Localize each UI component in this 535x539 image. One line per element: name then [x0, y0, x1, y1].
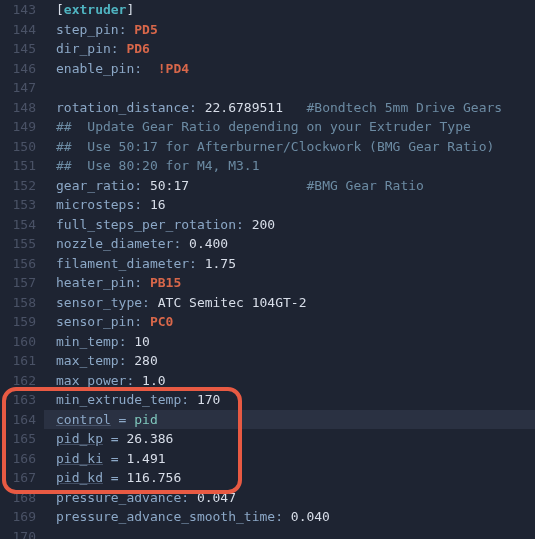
code-token: sensor_pin — [56, 314, 134, 329]
code-line[interactable]: step_pin: PD5 — [44, 20, 535, 40]
code-token: 200 — [252, 217, 275, 232]
code-line[interactable]: pid_kp = 26.386 — [44, 429, 535, 449]
code-token: pressure_advance — [56, 490, 181, 505]
code-token — [283, 100, 306, 115]
code-line[interactable]: sensor_pin: PC0 — [44, 312, 535, 332]
code-token: ## Use 80:20 for M4, M3.1 — [56, 158, 260, 173]
code-token: 1.491 — [126, 451, 165, 466]
code-line[interactable]: filament_diameter: 1.75 — [44, 254, 535, 274]
code-line[interactable]: min_temp: 10 — [44, 332, 535, 352]
code-token: : — [236, 217, 252, 232]
code-line[interactable]: nozzle_diameter: 0.400 — [44, 234, 535, 254]
line-number: 163 — [0, 390, 36, 410]
code-line[interactable]: min_extrude_temp: 170 — [44, 390, 535, 410]
code-line[interactable]: dir_pin: PD6 — [44, 39, 535, 59]
code-token: : — [134, 197, 150, 212]
code-line[interactable]: pressure_advance: 0.047 — [44, 488, 535, 508]
line-number: 170 — [0, 527, 36, 540]
code-token: 1.75 — [205, 256, 236, 271]
code-line[interactable]: ## Use 80:20 for M4, M3.1 — [44, 156, 535, 176]
line-number: 164 — [0, 410, 36, 430]
code-line[interactable]: [extruder] — [44, 0, 535, 20]
code-token: 0.040 — [291, 509, 330, 524]
code-token: microsteps — [56, 197, 134, 212]
code-token: control — [56, 412, 111, 427]
line-number-gutter: 1431441451461471481491501511521531541551… — [0, 0, 44, 539]
code-token: #Bondtech 5mm Drive Gears — [306, 100, 502, 115]
line-number: 149 — [0, 117, 36, 137]
line-number: 153 — [0, 195, 36, 215]
code-token: max_temp — [56, 353, 119, 368]
line-number: 155 — [0, 234, 36, 254]
code-editor[interactable]: 1431441451461471481491501511521531541551… — [0, 0, 535, 539]
code-line[interactable] — [44, 78, 535, 98]
code-token: min_temp — [56, 334, 119, 349]
code-token: : — [119, 353, 135, 368]
line-number: 158 — [0, 293, 36, 313]
code-token: dir_pin — [56, 41, 111, 56]
code-line[interactable]: gear_ratio: 50:17 #BMG Gear Ratio — [44, 176, 535, 196]
code-token: 0.047 — [197, 490, 236, 505]
code-token: : — [173, 236, 189, 251]
code-token: : — [134, 314, 150, 329]
code-token: [ — [56, 2, 64, 17]
code-token: step_pin — [56, 22, 119, 37]
code-line[interactable]: heater_pin: PB15 — [44, 273, 535, 293]
line-number: 166 — [0, 449, 36, 469]
code-token: 26.386 — [126, 431, 173, 446]
line-number: 169 — [0, 507, 36, 527]
code-token: gear_ratio — [56, 178, 134, 193]
line-number: 157 — [0, 273, 36, 293]
code-token: 1.0 — [142, 373, 165, 388]
code-token: pid_kp — [56, 431, 103, 446]
code-token: : — [142, 295, 158, 310]
code-token: : — [189, 100, 205, 115]
code-token: PD5 — [134, 22, 157, 37]
code-line[interactable]: control = pid — [44, 410, 535, 430]
code-line[interactable]: rotation_distance: 22.6789511 #Bondtech … — [44, 98, 535, 118]
code-line[interactable]: full_steps_per_rotation: 200 — [44, 215, 535, 235]
code-token: = — [103, 470, 126, 485]
code-token: = — [111, 412, 134, 427]
code-line[interactable]: pid_kd = 116.756 — [44, 468, 535, 488]
code-token: 16 — [150, 197, 166, 212]
code-token: PB15 — [150, 275, 181, 290]
line-number: 148 — [0, 98, 36, 118]
code-token: : — [111, 41, 127, 56]
code-token: #BMG Gear Ratio — [306, 178, 423, 193]
code-token: ## Update Gear Ratio depending on your E… — [56, 119, 471, 134]
code-line[interactable]: max_temp: 280 — [44, 351, 535, 371]
code-line[interactable]: max_power: 1.0 — [44, 371, 535, 391]
code-line[interactable]: microsteps: 16 — [44, 195, 535, 215]
code-token: pid_ki — [56, 451, 103, 466]
code-line[interactable]: pressure_advance_smooth_time: 0.040 — [44, 507, 535, 527]
code-token: : — [119, 22, 135, 37]
line-number: 151 — [0, 156, 36, 176]
code-token: filament_diameter — [56, 256, 189, 271]
code-token — [150, 61, 158, 76]
code-area[interactable]: [extruder]step_pin: PD5dir_pin: PD6enabl… — [44, 0, 535, 539]
code-line[interactable] — [44, 527, 535, 540]
code-line[interactable]: sensor_type: ATC Semitec 104GT-2 — [44, 293, 535, 313]
code-token: 22.6789511 — [205, 100, 283, 115]
code-token: : — [126, 373, 142, 388]
line-number: 152 — [0, 176, 36, 196]
code-token: = — [103, 431, 126, 446]
code-token: pid — [134, 412, 157, 427]
line-number: 154 — [0, 215, 36, 235]
code-token: 0.400 — [189, 236, 228, 251]
code-line[interactable]: pid_ki = 1.491 — [44, 449, 535, 469]
code-line[interactable]: ## Update Gear Ratio depending on your E… — [44, 117, 535, 137]
code-token — [189, 178, 306, 193]
code-token: 116.756 — [126, 470, 181, 485]
code-token: ATC Semitec 104GT-2 — [158, 295, 307, 310]
code-line[interactable]: ## Use 50:17 for Afterburner/Clockwork (… — [44, 137, 535, 157]
code-token: enable_pin — [56, 61, 134, 76]
code-token: : — [181, 490, 197, 505]
code-token: nozzle_diameter — [56, 236, 173, 251]
code-line[interactable]: enable_pin: !PD4 — [44, 59, 535, 79]
code-token: PD6 — [126, 41, 149, 56]
line-number: 162 — [0, 371, 36, 391]
code-token: heater_pin — [56, 275, 134, 290]
code-token: : — [189, 256, 205, 271]
